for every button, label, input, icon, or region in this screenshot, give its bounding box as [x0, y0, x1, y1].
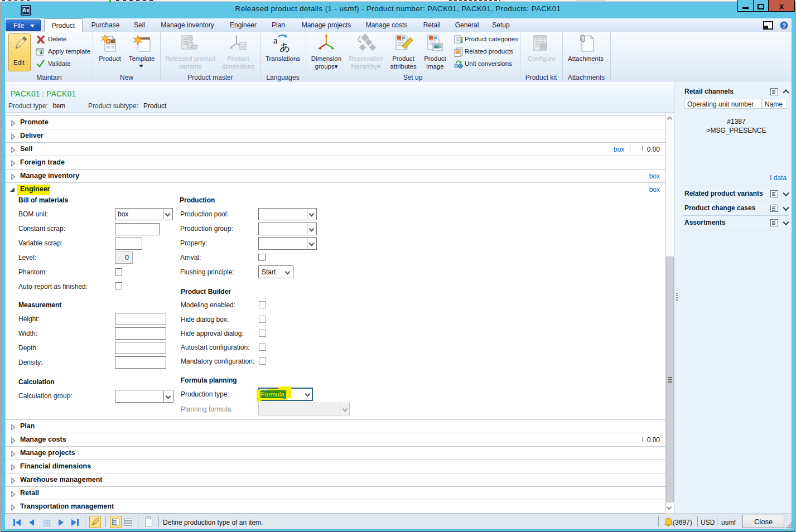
svg-text:a: a — [273, 35, 278, 46]
svg-text:あ: あ — [279, 41, 290, 53]
